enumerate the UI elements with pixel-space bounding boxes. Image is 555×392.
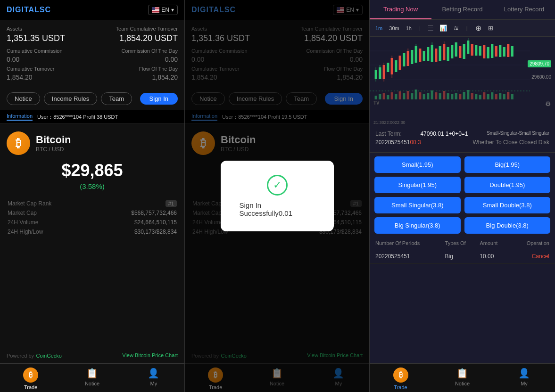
btn-big[interactable]: Big(1.95) bbox=[464, 156, 551, 173]
chart-btn-layout[interactable]: ⊞ bbox=[486, 24, 495, 33]
tab-betting-record[interactable]: Betting Record bbox=[431, 0, 493, 19]
left-powered-text: Powered by bbox=[7, 353, 34, 359]
tab-lottery-record[interactable]: Lottery Record bbox=[493, 0, 555, 19]
svg-rect-65 bbox=[379, 94, 381, 99]
signin-modal: ✓ Sign In Successfully0.01 bbox=[221, 161, 334, 231]
svg-rect-47 bbox=[451, 45, 453, 58]
left-nav-my-icon: 👤 bbox=[148, 368, 159, 379]
svg-rect-49 bbox=[459, 46, 461, 58]
svg-rect-85 bbox=[459, 94, 461, 99]
row-amount: 10.00 bbox=[480, 253, 514, 260]
btn-small-double[interactable]: Small Double(3.8) bbox=[464, 197, 551, 213]
left-hl-value: $30,173/$28,834 bbox=[134, 229, 177, 235]
tab-trading-now[interactable]: Trading Now bbox=[370, 0, 431, 19]
svg-rect-43 bbox=[439, 46, 441, 61]
btn-double[interactable]: Double(1.95) bbox=[464, 177, 551, 193]
btn-singular[interactable]: Singular(1.95) bbox=[374, 177, 461, 193]
svg-rect-73 bbox=[411, 93, 413, 99]
btn-small-singular[interactable]: Small Singular(3.8) bbox=[374, 197, 461, 213]
chart-btn-sep2: | bbox=[464, 24, 470, 32]
left-vol-value: $24,664,510,115 bbox=[134, 219, 177, 226]
svg-rect-25 bbox=[387, 63, 389, 72]
left-nav-my-label: My bbox=[150, 381, 157, 386]
left-income-button[interactable]: Income Rules bbox=[44, 92, 97, 105]
chart-btn-30m[interactable]: 30m bbox=[387, 24, 401, 32]
left-coin-name: Bitcoin bbox=[36, 134, 71, 146]
left-team-button[interactable]: Team bbox=[101, 92, 132, 105]
svg-rect-64 bbox=[375, 96, 377, 99]
right-nav-trade[interactable]: ₿ Trade bbox=[370, 368, 431, 390]
svg-rect-91 bbox=[483, 92, 485, 99]
svg-rect-26 bbox=[391, 58, 393, 74]
svg-rect-22 bbox=[383, 65, 385, 79]
left-notice-button[interactable]: Notice bbox=[7, 92, 40, 105]
left-nav-my[interactable]: 👤 My bbox=[123, 368, 184, 390]
left-info-label: Information bbox=[7, 113, 33, 121]
left-view-chart-link[interactable]: View Bitcoin Price Chart bbox=[122, 352, 178, 358]
svg-rect-90 bbox=[479, 95, 481, 99]
left-cum-turn-label: Cumulative Turnover bbox=[7, 66, 55, 72]
chart-btn-indicator[interactable]: ≋ bbox=[452, 24, 461, 33]
trading-info: Last Term: 47090.01 1+0+0=1 Small-Singul… bbox=[370, 126, 555, 153]
svg-rect-53 bbox=[471, 44, 473, 56]
svg-rect-32 bbox=[407, 51, 409, 66]
right-nav-notice-icon: 📋 bbox=[456, 368, 468, 379]
left-nav-notice[interactable]: 📋 Notice bbox=[61, 368, 123, 390]
left-coin-pair: BTC / USD bbox=[36, 146, 71, 153]
chart-price-label-2: 29600.00 bbox=[531, 74, 551, 80]
svg-rect-39 bbox=[427, 47, 429, 61]
left-vol-label: 24H Volume bbox=[8, 219, 38, 226]
btn-small[interactable]: Small(1.95) bbox=[374, 156, 461, 173]
right-bottom-nav: ₿ Trade 📋 Notice 👤 My bbox=[370, 363, 555, 392]
svg-rect-84 bbox=[455, 93, 457, 99]
svg-rect-40 bbox=[431, 45, 433, 62]
left-flow-day-value: 1,854.20 bbox=[152, 74, 178, 81]
svg-rect-51 bbox=[467, 41, 469, 54]
right-nav-notice[interactable]: 📋 Notice bbox=[431, 368, 493, 390]
svg-rect-97 bbox=[507, 92, 509, 99]
chart-area: 29809.70 29600.00 TV ⚙ bbox=[370, 37, 555, 119]
chart-btn-bar[interactable]: 📊 bbox=[438, 24, 449, 33]
svg-rect-83 bbox=[451, 94, 453, 99]
svg-rect-48 bbox=[455, 42, 457, 57]
row-cancel-button[interactable]: Cancel bbox=[514, 253, 549, 260]
left-mktrank-value: #1 bbox=[166, 200, 177, 207]
chart-gear-icon[interactable]: ⚙ bbox=[545, 100, 551, 107]
left-flow-day-label: Flow Of The Day bbox=[139, 66, 178, 72]
left-comm-day-label: Commission Of The Day bbox=[121, 48, 178, 54]
left-info-bar: Information User：8526****104 Profit 38 U… bbox=[0, 110, 184, 124]
left-nav-trade[interactable]: ₿ Trade bbox=[0, 368, 61, 390]
chart-btn-add[interactable]: ⊕ bbox=[473, 23, 483, 33]
left-info-text: User：8526****104 Profit 38 USDT bbox=[37, 114, 118, 121]
betting-buttons: Small(1.95) Big(1.95) Singular(1.95) Dou… bbox=[370, 153, 555, 237]
btn-big-singular[interactable]: Big Singular(3.8) bbox=[374, 217, 461, 234]
period-label: 20220525451 bbox=[375, 139, 410, 146]
svg-rect-59 bbox=[495, 46, 497, 57]
left-mktrank-label: Market Cap Rank bbox=[8, 200, 51, 207]
svg-rect-93 bbox=[491, 92, 493, 99]
chart-btn-candle[interactable]: 𝄚 bbox=[426, 24, 435, 33]
left-mktcap-value: $568,757,732,466 bbox=[131, 210, 177, 216]
svg-rect-44 bbox=[443, 44, 445, 60]
chart-btn-1h[interactable]: 1h bbox=[404, 24, 414, 32]
left-coin-price: $29,865 bbox=[7, 161, 178, 180]
right-nav-my[interactable]: 👤 My bbox=[493, 368, 555, 390]
chart-time-b: 22:00 bbox=[384, 120, 395, 125]
svg-rect-88 bbox=[471, 93, 473, 99]
svg-rect-96 bbox=[503, 94, 505, 99]
right-nav-my-label: My bbox=[521, 381, 528, 386]
right-tabs: Trading Now Betting Record Lottery Recor… bbox=[370, 0, 555, 20]
svg-rect-87 bbox=[467, 90, 469, 99]
tradingview-logo: TV bbox=[373, 100, 380, 106]
left-signin-button[interactable]: Sign In bbox=[140, 93, 178, 105]
left-comm-day-value: 0.00 bbox=[165, 56, 178, 63]
close-disk-label: Whether To Close Closed Disk bbox=[472, 139, 549, 146]
svg-rect-56 bbox=[483, 45, 485, 58]
left-lang-badge[interactable]: EN ▾ bbox=[148, 5, 178, 15]
chart-btn-1m[interactable]: 1m bbox=[373, 24, 384, 32]
modal-check-icon: ✓ bbox=[267, 175, 288, 196]
left-nav-notice-label: Notice bbox=[85, 381, 99, 386]
svg-rect-12 bbox=[370, 37, 555, 103]
left-coingecko-link[interactable]: CoinGecko bbox=[36, 353, 62, 359]
btn-big-double[interactable]: Big Double(3.8) bbox=[464, 217, 551, 234]
